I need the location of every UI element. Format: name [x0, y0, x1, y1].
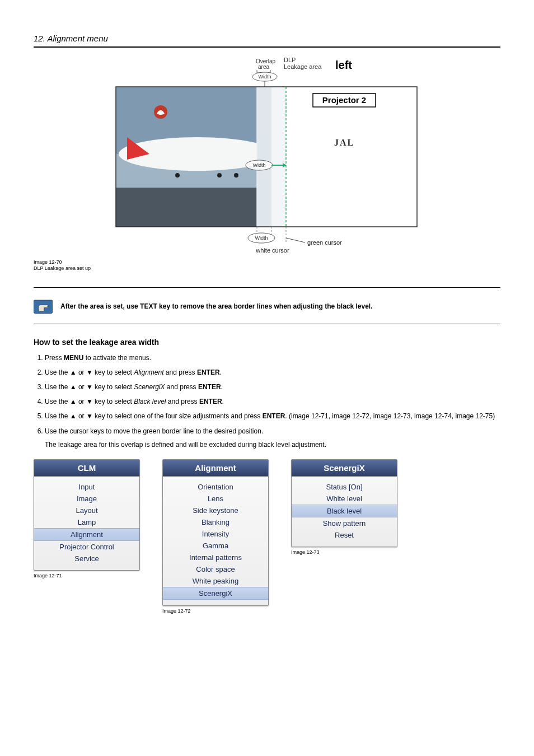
- width-label-bottom: Width: [255, 235, 268, 241]
- menu-clm-title: CLM: [34, 460, 139, 477]
- dlp-label: DLP: [284, 57, 296, 63]
- menu-alignment-title: Alignment: [163, 460, 268, 477]
- overlap-zone: [257, 87, 271, 227]
- overlap-label-2: area: [258, 64, 269, 70]
- leakage-zone: [271, 87, 286, 227]
- note-row: After the area is set, use TEXT key to r…: [34, 292, 500, 320]
- menu-scenergix-item: Status [On]: [292, 481, 397, 493]
- menu-alignment-caption: Image 12-72: [162, 608, 269, 614]
- menu-clm-item: Alignment: [34, 528, 139, 541]
- note-text: After the area is set, use TEXT key to r…: [60, 302, 373, 310]
- step-1: Press MENU to activate the menus.: [45, 353, 500, 362]
- left-label: left: [335, 59, 352, 71]
- white-cursor-label: white cursor: [255, 247, 289, 254]
- step-4: Use the ▲ or ▼ key to select Black level…: [45, 397, 500, 406]
- step-5: Use the ▲ or ▼ key to select one of the …: [45, 412, 500, 421]
- menu-clm-item: Layout: [34, 505, 139, 516]
- wheel: [175, 173, 180, 178]
- menu-clm-item: Image: [34, 493, 139, 505]
- figure-caption-desc: DLP Leakage area set up: [34, 265, 500, 272]
- menu-clm-panel: CLM InputImageLayoutLampAlignmentProject…: [34, 459, 140, 571]
- figure-caption: Image 12-70 DLP Leakage area set up: [34, 259, 500, 272]
- chapter-title: 12. Alignment menu: [34, 34, 500, 43]
- menu-alignment-item: Intensity: [163, 528, 268, 540]
- runway: [116, 188, 271, 227]
- menu-clm-items: InputImageLayoutLampAlignmentProjector C…: [34, 477, 139, 570]
- note-top-rule: [34, 287, 500, 288]
- section-heading: How to set the leakage area width: [34, 338, 500, 347]
- wheel: [234, 173, 238, 178]
- menu-clm-item: Projector Control: [34, 541, 139, 553]
- menu-clm-item: Lamp: [34, 516, 139, 528]
- menu-alignment-item: Color space: [163, 563, 268, 575]
- dlp-leak-label: Leakage area: [284, 63, 322, 70]
- svg-point-0: [47, 306, 48, 307]
- menu-scenergix-panel: ScenergiX Status [On]White levelBlack le…: [291, 459, 397, 547]
- menu-alignment-panel: Alignment OrientationLensSide keystoneBl…: [162, 459, 269, 606]
- menu-clm-caption: Image 12-71: [34, 573, 140, 578]
- header-rule: [34, 46, 500, 48]
- menu-clm-item: Input: [34, 481, 139, 493]
- figure-caption-id: Image 12-70: [34, 259, 500, 265]
- menus-row: CLM InputImageLayoutLampAlignmentProject…: [34, 459, 500, 614]
- menu-clm-block: CLM InputImageLayoutLampAlignmentProject…: [34, 459, 140, 578]
- wheel: [217, 173, 222, 178]
- figure-dlp-leakage: Overlap area DLP Leakage area left Width: [34, 53, 500, 257]
- menu-scenergix-title: ScenergiX: [292, 460, 397, 477]
- width-label-inner: Width: [252, 162, 265, 168]
- jal-text: JAL: [334, 138, 354, 147]
- note-bottom-rule: [34, 324, 500, 324]
- pointing-hand-icon: [34, 298, 53, 315]
- steps-list: Press MENU to activate the menus. Use th…: [34, 353, 500, 449]
- menu-alignment-item: ScenergiX: [163, 587, 268, 600]
- menu-scenergix-block: ScenergiX Status [On]White levelBlack le…: [291, 459, 397, 555]
- menu-alignment-item: Gamma: [163, 540, 268, 552]
- menu-alignment-item: Side keystone: [163, 505, 268, 516]
- menu-alignment-item: Blanking: [163, 516, 268, 528]
- menu-alignment-items: OrientationLensSide keystoneBlankingInte…: [163, 477, 268, 605]
- step-2: Use the ▲ or ▼ key to select Alignment a…: [45, 368, 500, 377]
- step-3: Use the ▲ or ▼ key to select ScenergiX a…: [45, 382, 500, 391]
- projector2-label: Projector 2: [322, 95, 366, 105]
- menu-alignment-block: Alignment OrientationLensSide keystoneBl…: [162, 459, 269, 614]
- menu-alignment-item: Lens: [163, 493, 268, 505]
- menu-alignment-item: Internal patterns: [163, 552, 268, 563]
- menu-scenergix-item: Black level: [292, 505, 397, 517]
- green-cursor-label: green cursor: [307, 239, 342, 246]
- right-panel: [271, 87, 417, 227]
- menu-alignment-item: White peaking: [163, 575, 268, 587]
- green-cursor-leader: [286, 238, 305, 242]
- menu-clm-item: Service: [34, 553, 139, 564]
- width-label-top: Width: [258, 74, 271, 80]
- menu-scenergix-item: Reset: [292, 529, 397, 541]
- step-6: Use the cursor keys to move the green bo…: [45, 427, 500, 449]
- menu-alignment-item: Orientation: [163, 481, 268, 493]
- menu-scenergix-caption: Image 12-73: [291, 549, 397, 555]
- menu-scenergix-item: White level: [292, 493, 397, 505]
- menu-scenergix-item: Show pattern: [292, 517, 397, 529]
- menu-scenergix-items: Status [On]White levelBlack levelShow pa…: [292, 477, 397, 547]
